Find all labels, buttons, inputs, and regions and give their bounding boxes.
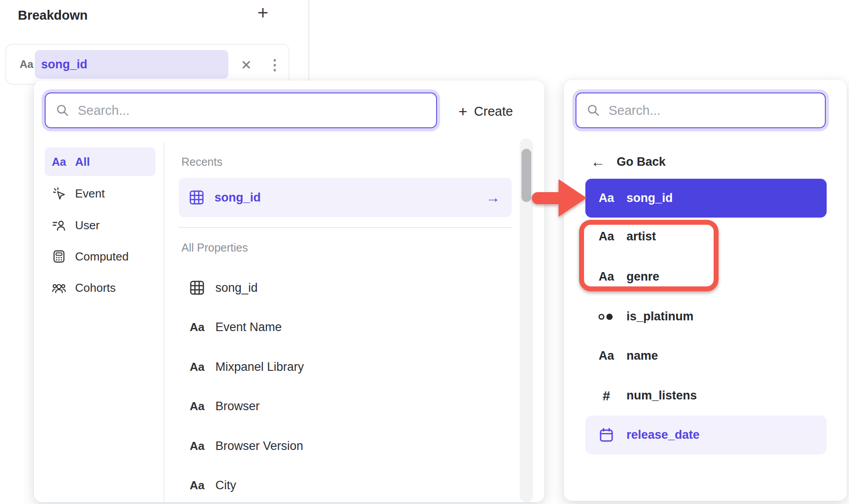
property-label: num_listens — [626, 389, 697, 403]
property-item-song-id[interactable]: Aa song_id — [585, 179, 827, 218]
property-label: City — [215, 479, 236, 492]
search-input[interactable] — [78, 103, 436, 118]
text-type-icon: Aa — [189, 360, 204, 374]
text-type-icon: Aa — [599, 270, 614, 284]
text-type-icon: Aa — [599, 191, 614, 205]
calculator-icon — [52, 249, 66, 264]
sidebar-item-label: All — [75, 155, 90, 169]
sidebar-item-user[interactable]: User — [45, 211, 156, 239]
create-button[interactable]: + Create — [458, 95, 513, 128]
property-item-event-name[interactable]: Aa Event Name — [179, 307, 512, 347]
property-label: genre — [626, 270, 660, 284]
search-icon — [55, 103, 70, 118]
breakdown-title: Breakdown — [18, 8, 88, 23]
text-type-icon: Aa — [599, 349, 614, 363]
text-type-icon: Aa — [189, 399, 204, 413]
property-item-browser-version[interactable]: Aa Browser Version — [179, 426, 512, 466]
plus-icon: + — [458, 103, 467, 120]
property-label: release_date — [626, 428, 700, 442]
search-box[interactable] — [576, 92, 826, 128]
go-back-label: Go Back — [617, 155, 666, 169]
sidebar-divider — [164, 143, 164, 502]
sidebar-item-label: Event — [75, 187, 105, 201]
search-box[interactable] — [45, 92, 437, 128]
property-item-name[interactable]: Aa name — [585, 336, 827, 375]
property-label: Mixpanel Library — [215, 360, 304, 374]
recent-item-label: song_id — [214, 191, 261, 205]
sidebar-item-label: User — [75, 218, 100, 232]
all-properties-header: All Properties — [181, 241, 248, 254]
sidebar-item-label: Cohorts — [75, 281, 116, 295]
property-label: Browser — [215, 399, 260, 413]
remove-icon[interactable]: ✕ — [235, 45, 257, 85]
search-icon — [586, 103, 601, 118]
scrollbar-thumb[interactable] — [521, 149, 531, 202]
section-divider — [179, 227, 512, 228]
recents-header: Recents — [181, 155, 223, 168]
text-type-icon: Aa — [189, 320, 204, 334]
table-grid-icon — [189, 280, 205, 296]
people-icon — [52, 281, 66, 295]
property-item-city[interactable]: Aa City — [179, 466, 512, 502]
create-button-label: Create — [474, 104, 513, 119]
arrow-left-icon: ← — [591, 154, 605, 170]
property-label: song_id — [215, 281, 258, 295]
table-grid-icon — [189, 189, 205, 206]
search-input[interactable] — [609, 103, 825, 118]
property-item-release-date[interactable]: release_date — [585, 416, 827, 454]
recent-item-song-id[interactable]: song_id → — [179, 178, 512, 217]
text-type-icon: Aa — [599, 230, 614, 244]
user-list-icon — [52, 218, 66, 232]
calendar-icon — [598, 427, 614, 443]
property-item-artist[interactable]: Aa artist — [585, 217, 827, 256]
property-item-browser[interactable]: Aa Browser — [179, 386, 512, 426]
boolean-type-icon — [598, 311, 615, 322]
number-type-icon: # — [603, 388, 610, 403]
kebab-menu-icon[interactable]: ⋮ — [265, 45, 285, 85]
sidebar-item-all[interactable]: Aa All — [45, 147, 156, 176]
drill-in-arrow-icon[interactable]: → — [486, 189, 500, 206]
breakdown-chip[interactable]: Aa song_id ✕ ⋮ — [5, 44, 290, 85]
breakdown-chip-value[interactable]: song_id — [35, 50, 228, 79]
property-item-genre[interactable]: Aa genre — [585, 257, 827, 296]
property-label: Browser Version — [215, 439, 303, 453]
property-item-mixpanel-library[interactable]: Aa Mixpanel Library — [179, 347, 512, 386]
property-picker-panel: + Create Aa All Event User — [34, 80, 544, 502]
property-label: name — [626, 349, 658, 363]
property-label: is_platinum — [626, 310, 693, 323]
sidebar-item-label: Computed — [75, 250, 129, 264]
property-item-song-id[interactable]: song_id — [179, 268, 512, 307]
add-breakdown-button[interactable]: + — [257, 4, 269, 22]
cursor-click-icon — [52, 186, 66, 201]
property-item-num-listens[interactable]: # num_listens — [585, 376, 827, 415]
chip-value-label: song_id — [41, 58, 88, 71]
sidebar-item-computed[interactable]: Computed — [45, 242, 156, 271]
sidebar-item-event[interactable]: Event — [45, 179, 156, 208]
property-label: song_id — [626, 191, 673, 205]
sidebar-item-cohorts[interactable]: Cohorts — [45, 273, 156, 302]
text-type-icon: Aa — [52, 155, 66, 168]
property-detail-panel: ← Go Back Aa song_id Aa artist Aa genre … — [564, 80, 847, 501]
property-item-is-platinum[interactable]: is_platinum — [585, 297, 827, 336]
text-type-icon: Aa — [189, 479, 204, 492]
property-label: Event Name — [215, 320, 282, 334]
text-type-icon: Aa — [20, 45, 34, 85]
property-label: artist — [626, 230, 656, 244]
go-back-button[interactable]: ← Go Back — [591, 151, 666, 173]
page-divider — [308, 0, 309, 84]
text-type-icon: Aa — [189, 439, 204, 453]
